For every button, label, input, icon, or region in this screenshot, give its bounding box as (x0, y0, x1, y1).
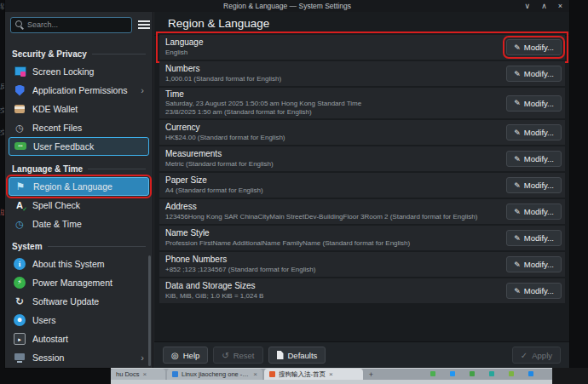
sidebar-scrollbar[interactable] (148, 255, 151, 366)
sidebar-item-date-time[interactable]: ◷Date & Time (9, 215, 149, 233)
sidebar-item-label: User Feedback (33, 141, 143, 152)
defaults-button[interactable]: Defaults (268, 347, 326, 364)
tab-close-icon[interactable]: × (329, 370, 333, 378)
apply-button[interactable]: ✓ Apply (512, 347, 561, 364)
sidebar-item-label: KDE Wallet (32, 104, 144, 114)
settings-row-currency: CurrencyHK$24.00 (Standard format for En… (159, 120, 565, 145)
tab-favicon-icon (172, 371, 178, 377)
sidebar-item-screen-locking[interactable]: Screen Locking (9, 62, 149, 81)
background-browser-toolbar (111, 380, 552, 384)
tab-close-icon[interactable]: × (253, 370, 257, 378)
modify-label: Modify... (524, 233, 554, 243)
screen-locking-icon (14, 66, 26, 77)
sidebar-item-label: Power Management (32, 278, 144, 288)
setting-title: Time (165, 89, 506, 100)
edit-pencil-icon: ✎ (514, 155, 521, 163)
maximize-icon[interactable]: ∧ (541, 3, 547, 10)
modify-button-currency[interactable]: ✎Modify... (506, 124, 562, 140)
bookmark-favicon-icon (509, 371, 514, 376)
modify-label: Modify... (524, 260, 554, 269)
bookmark-favicon-icon (430, 371, 435, 376)
sidebar-item-label: Software Update (32, 296, 144, 307)
apply-label: Apply (532, 351, 552, 360)
new-tab-button[interactable]: + (365, 370, 378, 380)
browser-tab[interactable]: Linux jiaocheng one - Feis× (167, 369, 262, 380)
setting-title: Phone Numbers (165, 255, 506, 266)
sidebar-item-software-update[interactable]: ↻Software Update (9, 292, 149, 311)
setting-value: Profession FirstName AdditionalName Fami… (165, 239, 506, 248)
modify-label: Modify... (524, 99, 554, 108)
sidebar-item-user-feedback[interactable]: User Feedback (9, 137, 149, 156)
sidebar-item-recent-files[interactable]: ◷Recent Files (9, 118, 149, 137)
sidebar-item-users[interactable]: ☻Users (9, 311, 149, 330)
modify-button-language[interactable]: ✎Modify... (506, 39, 562, 55)
browser-tab[interactable]: 搜狗输入法-首页× (264, 369, 363, 380)
recent-files-clock-icon: ◷ (14, 122, 26, 134)
edit-pencil-icon: ✎ (514, 181, 521, 190)
setting-value: 23/8/2025 1:50 am (Standard format for E… (165, 108, 506, 117)
search-icon (15, 20, 24, 29)
setting-title: Paper Size (165, 175, 506, 186)
wallet-icon (14, 103, 26, 115)
content-pane: Region & Language LanguageEnglish✎Modify… (154, 12, 569, 368)
setting-value: HK$24.00 (Standard format for English) (165, 134, 506, 142)
sidebar-item-spell-check[interactable]: ASpell Check (9, 196, 149, 215)
sidebar-item-label: Session (32, 352, 134, 363)
modify-button-paper-size[interactable]: ✎Modify... (506, 177, 562, 193)
bookmark-favicon-icon (470, 371, 475, 376)
modify-label: Modify... (524, 43, 554, 52)
edit-pencil-icon: ✎ (514, 208, 521, 216)
sidebar-item-autostart[interactable]: ▸Autostart (9, 330, 149, 348)
settings-row-numbers: Numbers1,000.01 (Standard format for Eng… (159, 61, 565, 86)
setting-value: KiB, MiB, GiB; 1.0 KiB = 1,024 B (165, 292, 506, 301)
content-header: Region & Language (154, 12, 569, 36)
modify-button-address[interactable]: ✎Modify... (506, 203, 562, 220)
search-input[interactable] (27, 20, 127, 29)
desktop: 软反交交版 Region & Language — System Setting… (0, 0, 588, 384)
session-icon (14, 352, 26, 364)
close-icon[interactable]: × (558, 3, 562, 10)
edit-pencil-icon: ✎ (514, 99, 521, 107)
hamburger-menu-icon[interactable] (138, 20, 150, 29)
setting-value: Metric (Standard format for English) (165, 160, 506, 169)
sidebar-item-kde-wallet[interactable]: KDE Wallet (9, 100, 149, 118)
settings-row-address: Address123456Hong Kong SAR ChinaCityMain… (159, 199, 565, 224)
browser-tab[interactable]: hu Docs× (111, 369, 165, 380)
help-label: Help (183, 351, 200, 360)
titlebar[interactable]: Region & Language — System Settings ∨ ∧ … (5, 0, 569, 12)
sidebar-toolbar (5, 12, 153, 37)
setting-title: Address (165, 202, 506, 213)
setting-title: Numbers (165, 64, 506, 75)
sidebar-item-application-permissions[interactable]: Application Permissions› (9, 81, 149, 100)
edit-pencil-icon: ✎ (514, 261, 521, 269)
modify-button-data-and-storage-sizes[interactable]: ✎Modify... (506, 283, 562, 299)
sidebar-item-region-language[interactable]: ⚑Region & Language (9, 177, 149, 196)
modify-button-phone-numbers[interactable]: ✎Modify... (506, 256, 562, 272)
modify-label: Modify... (524, 154, 554, 163)
sidebar-item-about-this-system[interactable]: iAbout this System (9, 255, 149, 273)
software-update-icon: ↻ (14, 295, 26, 307)
tab-label: 搜狗输入法-首页 (279, 370, 326, 379)
modify-button-name-style[interactable]: ✎Modify... (506, 230, 562, 246)
reset-button[interactable]: ↺ Reset (213, 347, 262, 364)
tab-close-icon[interactable]: × (143, 370, 147, 378)
reset-label: Reset (233, 351, 255, 360)
modify-label: Modify... (524, 286, 554, 295)
chevron-right-icon: › (141, 352, 144, 363)
sidebar-item-session[interactable]: Session› (9, 348, 149, 367)
reset-undo-icon: ↺ (222, 351, 228, 360)
modify-button-time[interactable]: ✎Modify... (506, 95, 562, 112)
power-icon: ⚡ (14, 277, 26, 289)
modify-button-numbers[interactable]: ✎Modify... (506, 66, 562, 82)
setting-value: Saturday, 23 August 2025 1:50:05 am Hong… (165, 100, 506, 108)
minimize-icon[interactable]: ∨ (525, 3, 531, 10)
page-title: Region & Language (168, 17, 269, 30)
settings-list: LanguageEnglish✎Modify...Numbers1,000.01… (159, 35, 565, 303)
modify-button-measurements[interactable]: ✎Modify... (506, 151, 562, 167)
modify-label: Modify... (524, 128, 554, 137)
background-browser-tabbar: hu Docs×Linux jiaocheng one - Feis×搜狗输入法… (111, 368, 552, 380)
sidebar-item-label: Spell Check (32, 200, 144, 210)
help-button[interactable]: ◎ Help (163, 347, 208, 364)
sidebar-item-power-management[interactable]: ⚡Power Management (9, 273, 149, 292)
search-box[interactable] (10, 17, 132, 33)
